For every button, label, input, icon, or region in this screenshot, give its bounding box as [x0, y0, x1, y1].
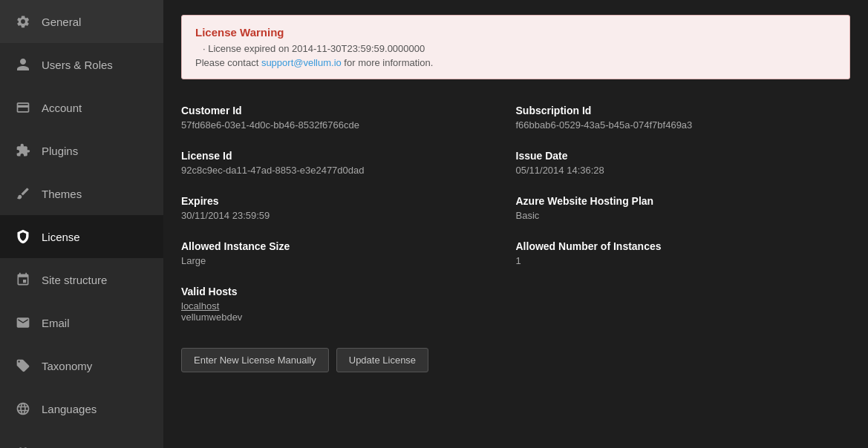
warning-item-expired: License expired on 2014-11-30T23:59:59.0… — [195, 43, 836, 54]
globe-icon — [15, 401, 31, 417]
user-icon — [15, 56, 31, 73]
num-instances-value: 1 — [516, 255, 836, 266]
enter-license-button[interactable]: Enter New License Manually — [181, 348, 329, 372]
main-content: License Warning License expired on 2014-… — [163, 0, 868, 448]
sidebar-item-themes[interactable]: Themes — [0, 172, 163, 215]
valid-host-1-link[interactable]: localhost — [181, 300, 219, 312]
sidebar-item-license[interactable]: License — [0, 215, 163, 258]
sidebar-item-taxonomy-label: Taxonomy — [42, 360, 92, 372]
issue-date-label: Issue Date — [516, 150, 836, 162]
sidebar-item-users-roles-label: Users & Roles — [42, 59, 113, 71]
license-id-cell: License Id 92c8c9ec-da11-47ad-8853-e3e24… — [181, 142, 516, 188]
warning-contact: Please contact support@vellum.io for mor… — [195, 57, 836, 68]
brush-icon — [15, 185, 31, 202]
sidebar-item-languages-label: Languages — [42, 403, 97, 415]
sidebar-item-sites-label: Sites — [42, 446, 66, 449]
expires-value: 30/11/2014 23:59:59 — [181, 210, 501, 221]
num-instances-label: Allowed Number of Instances — [516, 240, 836, 252]
envelope-icon — [15, 314, 31, 331]
sidebar-item-site-structure[interactable]: Site structure — [0, 258, 163, 301]
sitemap-icon — [15, 271, 31, 288]
issue-date-cell: Issue Date 05/11/2014 14:36:28 — [516, 142, 851, 188]
sidebar: General Users & Roles Account Plugins Th… — [0, 0, 163, 448]
sidebar-item-sites[interactable]: Sites — [0, 430, 163, 448]
num-instances-cell: Allowed Number of Instances 1 — [516, 233, 851, 278]
subscription-id-label: Subscription Id — [516, 105, 836, 116]
action-buttons: Enter New License Manually Update Licens… — [181, 348, 850, 372]
sites-icon — [15, 444, 31, 448]
valid-host-1: localhost — [181, 300, 835, 312]
card-icon — [15, 99, 31, 116]
gear-icon — [15, 13, 31, 30]
customer-id-cell: Customer Id 57fd68e6-03e1-4d0c-bb46-8532… — [181, 97, 516, 142]
sidebar-item-themes-label: Themes — [42, 188, 82, 200]
sidebar-item-languages[interactable]: Languages — [0, 387, 163, 430]
sidebar-item-email[interactable]: Email — [0, 301, 163, 344]
sidebar-item-email-label: Email — [42, 317, 70, 329]
customer-id-value: 57fd68e6-03e1-4d0c-bb46-8532f6766cde — [181, 119, 501, 131]
hosting-plan-value: Basic — [516, 210, 836, 221]
instance-size-cell: Allowed Instance Size Large — [181, 233, 516, 278]
tag-icon — [15, 358, 31, 374]
subscription-id-value: f66bbab6-0529-43a5-b45a-074f7bf469a3 — [516, 119, 836, 131]
sidebar-item-license-label: License — [42, 231, 80, 243]
license-id-label: License Id — [181, 150, 501, 162]
license-warning-box: License Warning License expired on 2014-… — [181, 15, 850, 79]
sidebar-item-account[interactable]: Account — [0, 86, 163, 129]
customer-id-label: Customer Id — [181, 105, 501, 116]
badge-icon — [15, 228, 31, 245]
expires-cell: Expires 30/11/2014 23:59:59 — [181, 188, 516, 233]
sidebar-item-general[interactable]: General — [0, 0, 163, 43]
sidebar-item-general-label: General — [42, 16, 81, 28]
expires-label: Expires — [181, 195, 501, 207]
license-info-grid: Customer Id 57fd68e6-03e1-4d0c-bb46-8532… — [181, 97, 850, 335]
hosting-plan-label: Azure Website Hosting Plan — [516, 195, 836, 207]
sidebar-item-site-structure-label: Site structure — [42, 274, 107, 286]
license-id-value: 92c8c9ec-da11-47ad-8853-e3e2477d0dad — [181, 165, 501, 176]
sidebar-item-plugins[interactable]: Plugins — [0, 129, 163, 172]
warning-title: License Warning — [195, 26, 836, 39]
hosting-plan-cell: Azure Website Hosting Plan Basic — [516, 188, 851, 233]
sidebar-item-account-label: Account — [42, 102, 82, 114]
valid-hosts-cell: Valid Hosts localhost vellumwebdev — [181, 278, 850, 335]
issue-date-value: 05/11/2014 14:36:28 — [516, 165, 836, 176]
instance-size-value: Large — [181, 255, 501, 266]
subscription-id-cell: Subscription Id f66bbab6-0529-43a5-b45a-… — [516, 97, 851, 142]
update-license-button[interactable]: Update License — [336, 348, 428, 372]
puzzle-icon — [15, 142, 31, 159]
warning-contact-email[interactable]: support@vellum.io — [261, 57, 342, 68]
sidebar-item-taxonomy[interactable]: Taxonomy — [0, 344, 163, 387]
sidebar-item-users-roles[interactable]: Users & Roles — [0, 43, 163, 86]
sidebar-item-plugins-label: Plugins — [42, 145, 78, 157]
valid-hosts-label: Valid Hosts — [181, 286, 835, 297]
instance-size-label: Allowed Instance Size — [181, 240, 501, 252]
warning-contact-prefix: Please contact — [195, 57, 261, 68]
valid-host-2: vellumwebdev — [181, 312, 835, 323]
warning-contact-suffix: for more information. — [342, 57, 434, 68]
